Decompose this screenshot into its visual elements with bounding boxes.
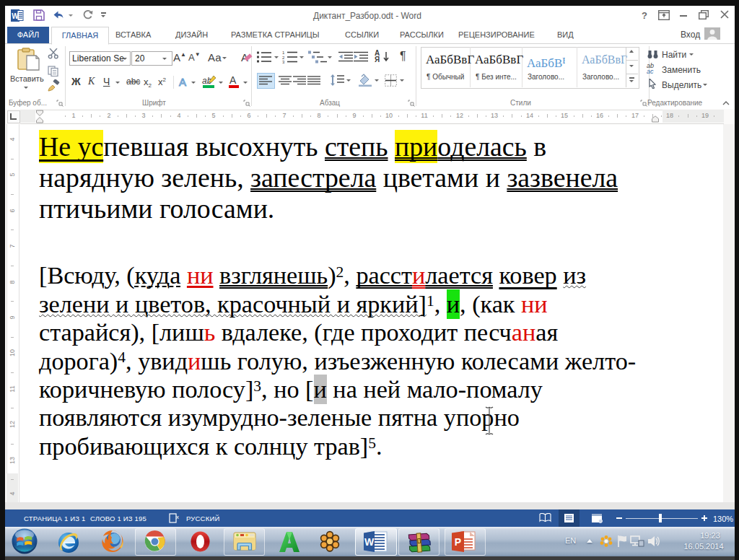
svg-text:1: 1 [282, 51, 285, 55]
svg-text:2: 2 [282, 56, 285, 60]
svg-text:P: P [455, 536, 461, 548]
svg-text:W: W [364, 536, 375, 548]
svg-text:x: x [176, 514, 179, 520]
svg-text:W: W [12, 12, 19, 20]
svg-text:3: 3 [282, 60, 285, 64]
